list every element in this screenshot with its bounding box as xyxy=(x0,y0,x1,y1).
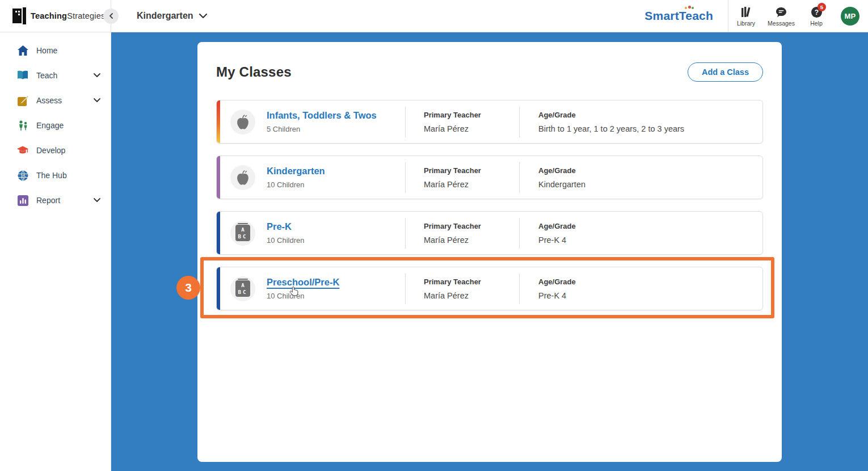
age-grade-label: Age/Grade xyxy=(538,222,762,230)
sidebar-item-label: The Hub xyxy=(36,171,100,180)
door-logo-icon xyxy=(12,7,26,24)
add-a-class-button[interactable]: Add a Class xyxy=(688,62,763,82)
bar-chart-icon xyxy=(17,195,28,206)
brand-name: TeachingStrategies® xyxy=(31,11,108,20)
smartteach-logo-dots xyxy=(685,6,694,10)
class-color-stripe xyxy=(217,212,220,254)
sidebar-item-label: Assess xyxy=(36,96,94,105)
help-notification-badge: 5 xyxy=(818,3,826,11)
class-color-stripe xyxy=(217,156,220,199)
pencil-square-icon xyxy=(17,95,28,106)
library-books-icon xyxy=(740,7,752,18)
home-icon xyxy=(17,45,28,56)
brand-logo: TeachingStrategies® xyxy=(0,0,111,32)
sidebar-item-label: Report xyxy=(36,196,94,205)
class-row-infants-toddlers-twos[interactable]: Infants, Toddlers & Twos 5 Children Prim… xyxy=(216,100,763,144)
class-row-pre-k[interactable]: ABC Pre-K 10 Children Primary Teacher Ma… xyxy=(216,211,763,255)
my-classes-card: My Classes Add a Class Infants, Toddlers… xyxy=(197,42,782,462)
tutorial-step-badge: 3 xyxy=(176,276,200,300)
primary-teacher-label: Primary Teacher xyxy=(424,111,519,119)
main-content: My Classes Add a Class Infants, Toddlers… xyxy=(111,32,868,471)
class-name-link[interactable]: Preschool/Pre-K xyxy=(267,277,339,288)
primary-teacher-value: María Pérez xyxy=(424,291,519,300)
class-list: Infants, Toddlers & Twos 5 Children Prim… xyxy=(216,100,763,322)
chevron-down-icon xyxy=(94,198,100,203)
chevron-left-icon xyxy=(108,13,114,19)
class-selector-value: Kindergarten xyxy=(137,11,193,21)
globe-icon xyxy=(17,170,28,181)
age-grade-value: Birth to 1 year, 1 to 2 years, 2 to 3 ye… xyxy=(538,124,762,133)
class-color-stripe xyxy=(217,100,220,143)
help-button[interactable]: ? 5 Help xyxy=(799,5,834,27)
user-avatar[interactable]: MP xyxy=(841,7,859,26)
graduation-cap-icon xyxy=(17,145,28,156)
smartteach-logo: SmartTeach xyxy=(644,9,728,23)
primary-teacher-value: María Pérez xyxy=(424,236,519,245)
open-book-icon xyxy=(17,70,28,81)
message-bubble-icon xyxy=(775,7,787,18)
abc-book-icon: ABC xyxy=(230,221,255,246)
chevron-down-icon xyxy=(94,98,100,103)
sidebar-item-engage[interactable]: Engage xyxy=(0,113,111,138)
class-name-link[interactable]: Infants, Toddlers & Twos xyxy=(267,110,377,121)
age-grade-label: Age/Grade xyxy=(538,111,762,119)
apple-icon xyxy=(230,165,255,190)
class-selector-dropdown[interactable]: Kindergarten xyxy=(137,11,207,21)
sidebar-item-label: Home xyxy=(36,46,100,55)
children-count: 10 Children xyxy=(267,292,405,300)
class-row-kindergarten[interactable]: Kindergarten 10 Children Primary Teacher… xyxy=(216,155,763,199)
sidebar-item-develop[interactable]: Develop xyxy=(0,138,111,163)
chevron-down-icon xyxy=(94,73,100,78)
messages-button[interactable]: Messages xyxy=(764,6,799,27)
sidebar-item-home[interactable]: Home xyxy=(0,38,111,63)
children-count: 10 Children xyxy=(267,236,405,245)
back-button[interactable] xyxy=(103,9,119,24)
sidebar-nav: Home Teach Assess Engage xyxy=(0,32,111,471)
library-label: Library xyxy=(737,20,755,27)
primary-teacher-label: Primary Teacher xyxy=(424,166,519,175)
primary-teacher-value: María Pérez xyxy=(424,124,519,133)
children-count: 10 Children xyxy=(267,180,405,189)
abc-book-icon: ABC xyxy=(230,276,255,301)
sidebar-item-label: Teach xyxy=(36,71,94,80)
messages-label: Messages xyxy=(768,20,795,27)
top-bar: TeachingStrategies® Kindergarten SmartTe… xyxy=(0,0,868,32)
sidebar-item-teach[interactable]: Teach xyxy=(0,63,111,88)
page-title: My Classes xyxy=(216,64,292,80)
primary-teacher-label: Primary Teacher xyxy=(424,277,519,286)
help-label: Help xyxy=(810,20,823,27)
age-grade-value: Kindergarten xyxy=(538,180,762,189)
class-name-link[interactable]: Kindergarten xyxy=(267,166,325,176)
sidebar-item-assess[interactable]: Assess xyxy=(0,88,111,113)
age-grade-value: Pre-K 4 xyxy=(538,291,762,300)
children-count: 5 Children xyxy=(267,125,405,133)
sidebar-item-label: Engage xyxy=(36,121,100,130)
class-row-preschool-pre-k[interactable]: ABC Preschool/Pre-K 10 Children Primary … xyxy=(216,267,763,310)
age-grade-label: Age/Grade xyxy=(538,277,762,286)
sidebar-item-the-hub[interactable]: The Hub xyxy=(0,163,111,188)
primary-teacher-value: María Pérez xyxy=(424,180,519,189)
chevron-down-icon xyxy=(199,14,207,19)
class-color-stripe xyxy=(217,267,220,310)
age-grade-label: Age/Grade xyxy=(538,166,762,175)
class-name-link[interactable]: Pre-K xyxy=(267,221,292,232)
sidebar-item-report[interactable]: Report xyxy=(0,188,111,213)
library-button[interactable]: Library xyxy=(728,6,764,27)
age-grade-value: Pre-K 4 xyxy=(538,236,762,245)
people-icon xyxy=(17,120,28,131)
primary-teacher-label: Primary Teacher xyxy=(424,222,519,230)
sidebar-item-label: Develop xyxy=(36,146,100,155)
apple-icon xyxy=(230,110,255,134)
